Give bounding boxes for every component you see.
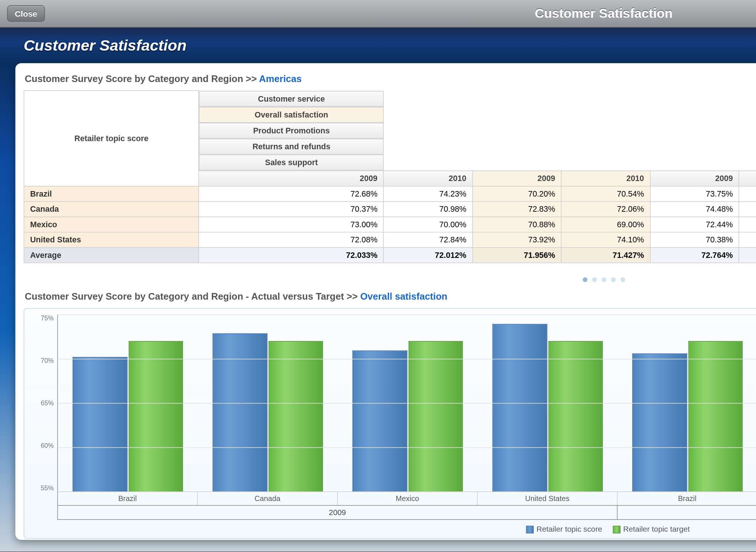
table-cell: 75.54% xyxy=(739,201,756,217)
table-cell: 72.83% xyxy=(472,201,561,217)
content-card: Customer Survey Score by Category and Re… xyxy=(16,63,756,540)
table-row: Canada70.37%70.98%72.83%72.06%74.48%75.5… xyxy=(24,201,756,217)
table-cell: 70.54% xyxy=(562,186,650,201)
table-cell: 71.956% xyxy=(472,247,561,263)
table-cell: 72.764% xyxy=(650,247,739,263)
bar-target xyxy=(128,341,183,491)
table-cell: 70.98% xyxy=(384,201,472,217)
table-cell: 70.00% xyxy=(739,186,756,201)
table-cell: 73.75% xyxy=(650,186,739,201)
table-cell: 69.00% xyxy=(562,217,650,232)
col-group: Customer service xyxy=(199,91,384,106)
ytick: 70% xyxy=(30,357,54,364)
ytick: 65% xyxy=(30,399,54,406)
x-category: Mexico xyxy=(338,492,477,505)
x-category: Brazil xyxy=(617,492,756,505)
bar-target xyxy=(408,341,463,491)
table-cell: 72.033% xyxy=(199,247,384,263)
table-cell: 72.44% xyxy=(650,217,739,232)
col-group: Sales support xyxy=(199,154,384,170)
bar-target xyxy=(268,341,323,491)
bar-score xyxy=(352,351,407,491)
table-cell: 72.68% xyxy=(199,186,384,201)
legend-label-score: Retailer topic score xyxy=(536,524,602,533)
survey-table: Retailer topic scoreCustomer serviceOver… xyxy=(24,90,756,263)
legend-swatch-score xyxy=(526,525,533,533)
pager-dot[interactable] xyxy=(611,277,616,282)
pager-dot[interactable] xyxy=(620,277,625,282)
ytick: 55% xyxy=(30,484,54,491)
col-group: Product Promotions xyxy=(199,122,384,138)
x-category: United States xyxy=(478,492,617,505)
legend-label-target: Retailer topic target xyxy=(623,524,690,533)
pager-dot[interactable] xyxy=(582,277,587,282)
table-cell: 74.23% xyxy=(384,186,472,201)
col-year: 2009 xyxy=(199,171,384,186)
table-cell: 73.92% xyxy=(472,232,561,248)
chart-x-years: 20092010 xyxy=(57,505,756,519)
table-cell: 72.06% xyxy=(562,201,650,217)
table-cell: 71.894% xyxy=(739,247,756,263)
bar-score xyxy=(632,354,687,491)
col-year: 2010 xyxy=(739,171,756,186)
table-cell: 72.012% xyxy=(384,247,472,263)
ytick: 60% xyxy=(30,442,54,449)
table-cell: 72.84% xyxy=(384,232,472,248)
titlebar: Close Customer Satisfaction xyxy=(0,0,756,28)
col-year: 2009 xyxy=(472,171,561,186)
table-row: Mexico73.00%70.00%70.88%69.00%72.44%70.2… xyxy=(24,217,756,232)
col-group: Overall satisfaction xyxy=(199,106,384,122)
table-cell: 74.48% xyxy=(650,201,739,217)
legend-swatch-target xyxy=(613,525,620,533)
table-avg-row: Average72.033%72.012%71.956%71.427%72.76… xyxy=(24,247,756,263)
x-year: 2009 xyxy=(58,505,618,519)
x-category: Canada xyxy=(198,492,338,505)
section1-prefix: Customer Survey Score by Category and Re… xyxy=(25,74,259,84)
section2-title: Customer Survey Score by Category and Re… xyxy=(25,291,756,302)
col-group: Returns and refunds xyxy=(199,138,384,154)
pager-dot[interactable] xyxy=(601,277,606,282)
table-cell: 71.81% xyxy=(739,232,756,248)
row-label: Average xyxy=(24,247,199,263)
table-cell: 70.20% xyxy=(472,186,561,201)
table-cell: 73.00% xyxy=(199,217,384,232)
table-cell: 70.22% xyxy=(739,217,756,232)
row-label: Brazil xyxy=(24,186,199,201)
pager-dot[interactable] xyxy=(592,277,597,282)
table-cell: 70.00% xyxy=(384,217,472,232)
bar-score xyxy=(72,357,127,491)
bar-score xyxy=(212,333,267,491)
pager-dots[interactable] xyxy=(24,273,756,284)
table-cell: 74.10% xyxy=(562,232,650,248)
row-label: United States xyxy=(24,232,199,248)
bar-score xyxy=(492,324,547,491)
col-year: 2010 xyxy=(562,171,650,186)
chart-yaxis: 75%70%65%60%55% xyxy=(30,314,57,491)
col-year: 2010 xyxy=(384,171,472,186)
ytick: 75% xyxy=(30,314,54,321)
table-row: United States72.08%72.84%73.92%74.10%70.… xyxy=(24,232,756,248)
bar-target xyxy=(688,341,743,491)
table-cell: 71.427% xyxy=(562,247,650,263)
table-cell: 72.08% xyxy=(199,232,384,248)
table-cell: 70.88% xyxy=(472,217,561,232)
chart-legend: Retailer topic score Retailer topic targ… xyxy=(30,524,756,533)
x-year: 2010 xyxy=(617,505,756,519)
section1-title: Customer Survey Score by Category and Re… xyxy=(25,74,756,85)
section2-link[interactable]: Overall satisfaction xyxy=(360,291,447,301)
section1-link[interactable]: Americas xyxy=(259,74,302,84)
window-title: Customer Satisfaction xyxy=(0,6,756,21)
chart-x-categories: BrazilCanadaMexicoUnited StatesBrazilCan… xyxy=(57,491,756,505)
close-button[interactable]: Close xyxy=(7,5,45,22)
table-row: Brazil72.68%74.23%70.20%70.54%73.75%70.0… xyxy=(24,186,756,201)
table-cell: 70.37% xyxy=(199,201,384,217)
bar-target xyxy=(548,341,603,491)
section2-prefix: Customer Survey Score by Category and Re… xyxy=(25,291,360,301)
x-category: Brazil xyxy=(58,492,198,505)
rowhead-label: Retailer topic score xyxy=(24,91,199,186)
col-year: 2009 xyxy=(650,171,739,186)
row-label: Mexico xyxy=(24,217,199,232)
chart-container: 75%70%65%60%55% BrazilCanadaMexicoUnited… xyxy=(24,308,756,539)
table-cell: 70.38% xyxy=(650,232,739,248)
row-label: Canada xyxy=(24,201,199,217)
